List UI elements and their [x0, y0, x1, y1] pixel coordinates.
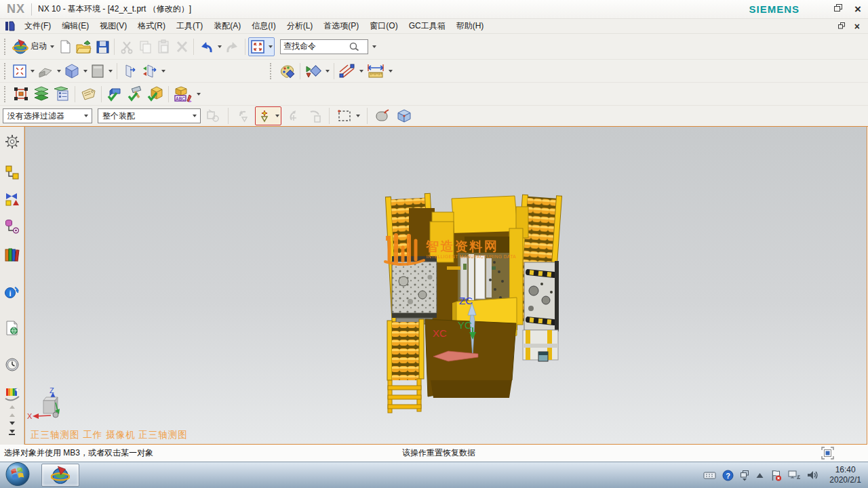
volume-tray-icon[interactable]: [807, 470, 818, 481]
menu-tools[interactable]: 工具(T): [171, 19, 208, 33]
start-menu-button[interactable]: 启动: [11, 37, 56, 56]
scroll-up-icon[interactable]: [9, 405, 15, 409]
pane-section-button[interactable]: [139, 62, 167, 81]
command-finder[interactable]: [280, 39, 368, 54]
scroll-up2-icon[interactable]: [9, 413, 15, 417]
filter-dropdown-arrow: [84, 115, 88, 117]
copy-button[interactable]: [136, 37, 154, 56]
open-file-button[interactable]: [74, 37, 93, 56]
select-assembly-button[interactable]: [203, 106, 222, 125]
action-center-flag-icon[interactable]: [770, 470, 782, 481]
menu-format[interactable]: 格式(R): [132, 19, 171, 33]
pane-forward-button[interactable]: [120, 62, 139, 81]
show-hidden-icons-button[interactable]: [755, 471, 764, 480]
fit-view-toggle-button[interactable]: [248, 37, 275, 56]
snap-hold-button[interactable]: [305, 106, 323, 125]
verify-tool-button[interactable]: [125, 85, 145, 104]
start-dropdown-arrow: [50, 45, 54, 48]
shaded-display-button[interactable]: [89, 62, 114, 81]
materials-palette-button[interactable]: [3, 385, 21, 403]
network-tray-icon[interactable]: [788, 470, 801, 481]
fit-view-dropdown-arrow: [269, 45, 273, 48]
command-search-input[interactable]: [283, 42, 349, 52]
snap-point-toggle-button[interactable]: [255, 106, 281, 125]
start-button[interactable]: [5, 462, 31, 488]
view-orient-button[interactable]: [303, 62, 331, 81]
view-toolbar-drag-handle[interactable]: [4, 63, 8, 79]
fit-window-button[interactable]: [11, 62, 36, 81]
measure-distance-button[interactable]: [365, 62, 394, 81]
menu-preferences[interactable]: 首选项(P): [318, 19, 364, 33]
layer-settings-button[interactable]: [52, 85, 72, 104]
isometric-view-button[interactable]: [62, 62, 89, 81]
assembly-navigator-button[interactable]: [3, 163, 21, 181]
component-layers-button[interactable]: [31, 85, 52, 104]
menu-gc-toolbox[interactable]: GC工具箱: [403, 19, 451, 33]
verify-assembly-button[interactable]: [145, 85, 165, 104]
toolbar-drag-handle[interactable]: [4, 39, 8, 55]
constraint-navigator-button[interactable]: [3, 190, 21, 208]
conveyor-bottom: [387, 319, 424, 413]
internet-info-button[interactable]: i: [3, 283, 21, 301]
search-dropdown-arrow[interactable]: [372, 45, 376, 48]
highlight-shaded-button[interactable]: [373, 106, 392, 125]
menu-information[interactable]: 信息(I): [246, 19, 281, 33]
selection-scope-combobox[interactable]: 整个装配: [98, 108, 201, 123]
paste-button[interactable]: [154, 37, 172, 56]
utility-toolbar-drag-handle[interactable]: [270, 63, 274, 79]
roles-gear-button[interactable]: [3, 133, 21, 150]
edit-attributes-button[interactable]: ABC: [172, 85, 202, 104]
paste-clipboard-icon: [156, 39, 171, 54]
triad-z-label: Z: [50, 386, 54, 394]
menu-analysis[interactable]: 分析(L): [281, 19, 319, 33]
window-select-indicator[interactable]: [821, 447, 834, 462]
menu-view[interactable]: 视图(V): [94, 19, 132, 33]
undo-button[interactable]: [197, 37, 223, 56]
marquee-rectangle-icon: [336, 108, 353, 123]
new-file-button[interactable]: [56, 37, 74, 56]
library-button[interactable]: [3, 246, 21, 264]
wcs-y-label: YC: [458, 319, 472, 331]
assembly-constraints-button[interactable]: [337, 62, 365, 81]
input-keyboard-tray-icon[interactable]: [703, 470, 716, 481]
assemblies-toolbar-drag-handle[interactable]: [4, 86, 8, 102]
child-close-button[interactable]: ×: [854, 22, 860, 31]
scroll-bottom-icon[interactable]: [9, 430, 15, 435]
verify-block-button[interactable]: [104, 85, 125, 104]
sheet-corner-button[interactable]: [36, 62, 62, 81]
history-button[interactable]: [3, 356, 21, 373]
graphics-viewport[interactable]: 智造资料网 INTELLIGENT MANUFACTURING DATA ZC …: [24, 127, 867, 445]
help-tray-icon[interactable]: ?: [722, 470, 734, 481]
selection-filter-combobox[interactable]: 没有选择过滤器: [3, 108, 92, 123]
menu-help[interactable]: 帮助(H): [451, 19, 490, 33]
redo-button[interactable]: [223, 37, 242, 56]
cut-button[interactable]: [117, 37, 136, 56]
show-wireframe-cube-button[interactable]: [395, 106, 414, 125]
restore-button[interactable]: [834, 4, 843, 14]
measure-ruler-icon: [366, 62, 385, 80]
menu-window[interactable]: 窗口(O): [364, 19, 403, 33]
menu-assemblies[interactable]: 装配(A): [208, 19, 246, 33]
rectangle-select-button[interactable]: [335, 106, 361, 125]
database-navigator-button[interactable]: [3, 218, 21, 235]
window-restore-tray-icon[interactable]: [740, 470, 749, 481]
menu-edit[interactable]: 编辑(E): [56, 19, 94, 33]
child-restore-button[interactable]: [838, 22, 846, 31]
nx-application-window: NX NX 10 - 基本环境 - [42_x_t.prt （修改的）] SIE…: [0, 0, 868, 488]
prev-selection-button[interactable]: [234, 106, 252, 125]
rotate-point-button[interactable]: [284, 106, 302, 125]
close-button[interactable]: ×: [854, 3, 861, 15]
note-tag-icon: [79, 86, 97, 102]
web-page-button[interactable]: [3, 319, 21, 337]
delete-button[interactable]: [172, 37, 191, 56]
annotation-tag-button[interactable]: [78, 85, 98, 104]
find-component-button[interactable]: [11, 85, 31, 104]
selection-bar: 没有选择过滤器 整个装配: [0, 106, 868, 126]
scroll-down-icon[interactable]: [9, 422, 15, 425]
menu-file[interactable]: 文件(F): [19, 19, 56, 33]
taskbar-clock[interactable]: 16:40 2020/2/1: [829, 465, 868, 485]
siemens-brand-logo: SIEMENS: [749, 3, 800, 15]
taskbar-nx-app-button[interactable]: [41, 464, 79, 487]
role-palette-button[interactable]: [277, 62, 297, 81]
save-button[interactable]: [93, 37, 111, 56]
